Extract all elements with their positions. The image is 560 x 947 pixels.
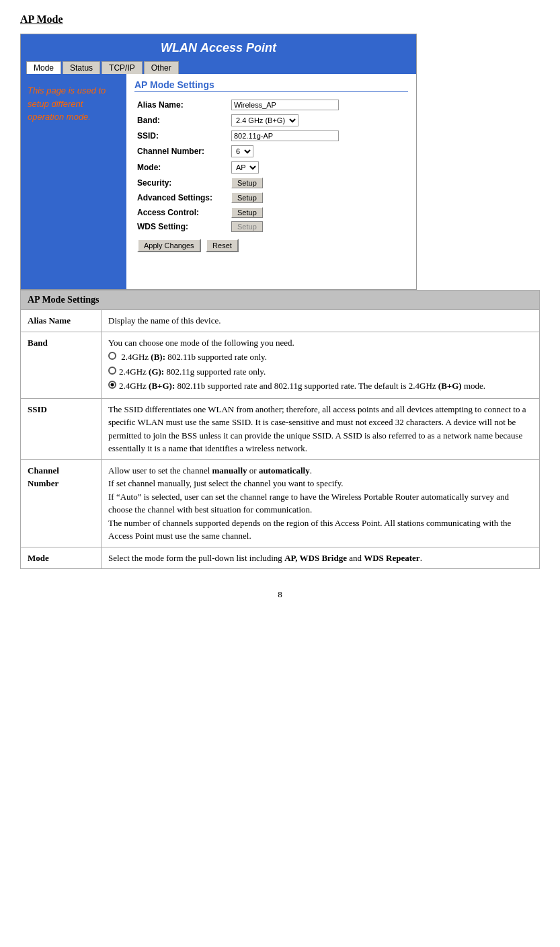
info-content-band: You can choose one mode of the following…	[102, 332, 540, 398]
field-access-control: Access Control: Setup	[134, 205, 408, 220]
info-label-channel: ChannelNumber	[21, 459, 102, 547]
label-security: Security:	[134, 176, 229, 190]
info-row-mode: Mode Select the mode form the pull-down …	[21, 547, 540, 569]
tab-other[interactable]: Other	[144, 61, 179, 74]
tab-mode[interactable]: Mode	[26, 61, 61, 74]
field-ssid: SSID:	[134, 128, 408, 143]
access-point-text: Access Point	[200, 41, 276, 54]
field-security: Security: Setup	[134, 176, 408, 190]
info-content-mode: Select the mode form the pull-down list …	[102, 547, 540, 569]
field-wds: WDS Setting: Setup	[134, 220, 408, 233]
tab-status[interactable]: Status	[63, 61, 100, 74]
settings-title: AP Mode Settings	[134, 79, 408, 92]
action-buttons: Apply Changes Reset	[134, 233, 408, 255]
select-band[interactable]: 2.4 GHz (B+G)	[231, 114, 298, 126]
info-content-ssid: The SSID differentiates one WLAN from an…	[102, 398, 540, 459]
wlan-header: WLAN Access Point	[21, 34, 416, 59]
info-row-ssid: SSID The SSID differentiates one WLAN fr…	[21, 398, 540, 459]
label-mode: Mode:	[134, 159, 229, 176]
info-label-ssid: SSID	[21, 398, 102, 459]
sidebar-text: This page is used to setup different ope…	[28, 84, 118, 124]
info-row-alias: Alias Name Display the name of this devi…	[21, 310, 540, 332]
settings-panel: AP Mode Settings Alias Name: Band: 2.4 G…	[125, 74, 416, 289]
field-mode: Mode: AP	[134, 159, 408, 176]
tab-tcpip[interactable]: TCP/IP	[102, 61, 143, 74]
info-label-alias: Alias Name	[21, 310, 102, 332]
info-label-band: Band	[21, 332, 102, 398]
info-table-header: AP Mode Settings	[21, 291, 540, 310]
input-ssid[interactable]	[231, 130, 339, 141]
security-setup-button[interactable]: Setup	[231, 178, 263, 188]
radio-b	[108, 352, 116, 360]
select-channel[interactable]: 6	[231, 145, 253, 157]
main-content-area: This page is used to setup different ope…	[21, 74, 416, 289]
info-row-band: Band You can choose one mode of the foll…	[21, 332, 540, 398]
info-content-channel: Allow user to set the channel manually o…	[102, 459, 540, 547]
band-g-text: 2.4GHz (G): 802.11g supported rate only.	[119, 365, 266, 379]
sidebar-panel: This page is used to setup different ope…	[21, 74, 125, 289]
apply-changes-button[interactable]: Apply Changes	[137, 239, 201, 252]
info-label-mode: Mode	[21, 547, 102, 569]
label-channel: Channel Number:	[134, 143, 229, 159]
label-ssid: SSID:	[134, 128, 229, 143]
radio-bg	[108, 381, 116, 389]
input-alias-name[interactable]	[231, 100, 339, 110]
access-control-setup-button[interactable]: Setup	[231, 207, 263, 218]
label-wds: WDS Setting:	[134, 220, 229, 233]
wds-setup-button-disabled: Setup	[231, 221, 263, 232]
screenshot-box: WLAN Access Point Mode Status TCP/IP Oth…	[20, 34, 417, 290]
label-advanced: Advanced Settings:	[134, 190, 229, 205]
label-alias-name: Alias Name:	[134, 98, 229, 112]
band-option-bg: 2.4GHz (B+G): 802.11b supported rate and…	[108, 379, 532, 393]
info-table-header-row: AP Mode Settings	[21, 291, 540, 310]
band-bg-text: 2.4GHz (B+G): 802.11b supported rate and…	[119, 379, 485, 393]
nav-tabs: Mode Status TCP/IP Other	[21, 59, 416, 74]
label-band: Band:	[134, 112, 229, 128]
select-mode[interactable]: AP	[231, 161, 259, 174]
advanced-setup-button[interactable]: Setup	[231, 192, 263, 203]
wlan-text: WLAN	[161, 41, 197, 54]
label-access-control: Access Control:	[134, 205, 229, 220]
page-title: AP Mode	[20, 13, 540, 26]
form-table: Alias Name: Band: 2.4 GHz (B+G) SSID:	[134, 98, 408, 233]
reset-button[interactable]: Reset	[206, 239, 239, 252]
field-channel: Channel Number: 6	[134, 143, 408, 159]
field-alias-name: Alias Name:	[134, 98, 408, 112]
band-option-b: 2.4GHz (B): 802.11b supported rate only.	[108, 350, 532, 364]
info-content-alias: Display the name of this device.	[102, 310, 540, 332]
page-number: 8	[20, 589, 540, 600]
band-b-text: 2.4GHz (B): 802.11b supported rate only.	[119, 350, 267, 364]
band-intro: You can choose one mode of the following…	[108, 338, 294, 348]
radio-g	[108, 367, 116, 375]
band-option-g: 2.4GHz (G): 802.11g supported rate only.	[108, 365, 532, 379]
field-advanced: Advanced Settings: Setup	[134, 190, 408, 205]
field-band: Band: 2.4 GHz (B+G)	[134, 112, 408, 128]
info-row-channel: ChannelNumber Allow user to set the chan…	[21, 459, 540, 547]
info-table: AP Mode Settings Alias Name Display the …	[20, 290, 540, 569]
